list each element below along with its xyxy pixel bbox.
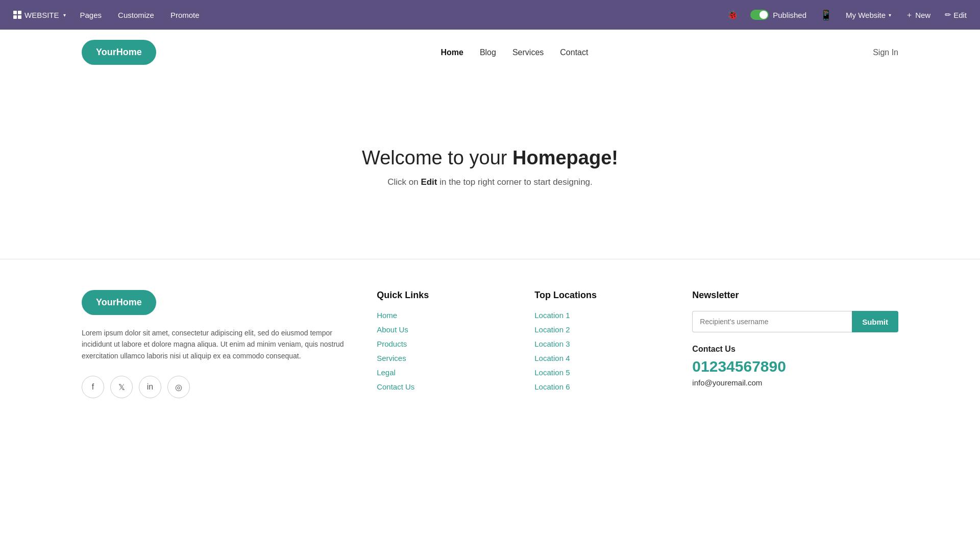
list-item: Location 2 <box>534 325 672 334</box>
list-item: Location 1 <box>534 311 672 320</box>
newsletter-form: Submit <box>692 311 898 332</box>
list-item: Location 3 <box>534 339 672 349</box>
grid-icon <box>13 11 21 19</box>
published-toggle[interactable]: Published <box>745 7 812 23</box>
plus-icon: ＋ <box>905 10 913 20</box>
topbar: WEBSITE ▾ Pages Customize Promote 🐞 Publ… <box>0 0 980 30</box>
footer-quick-links-col: Quick Links Home About Us Products Servi… <box>377 290 514 398</box>
site-header: YourHome Home Blog Services Contact Sign… <box>0 30 980 75</box>
twitter-icon[interactable]: 𝕏 <box>110 376 133 398</box>
hero-subtitle-after: in the top right corner to start designi… <box>437 177 593 187</box>
location-1-link[interactable]: Location 1 <box>534 311 570 320</box>
site-nav: Home Blog Services Contact <box>440 48 588 57</box>
newsletter-input[interactable] <box>692 311 852 332</box>
location-2-link[interactable]: Location 2 <box>534 325 570 334</box>
toggle-switch[interactable] <box>750 10 769 20</box>
contact-us-title: Contact Us <box>692 345 898 354</box>
footer: YourHome Lorem ipsum dolor sit amet, con… <box>0 259 980 419</box>
mobile-preview-icon[interactable]: 📱 <box>816 6 837 24</box>
footer-logo[interactable]: YourHome <box>82 290 156 315</box>
pencil-icon: ✏ <box>945 10 951 19</box>
locations-list: Location 1 Location 2 Location 3 Locatio… <box>534 311 672 392</box>
newsletter-title: Newsletter <box>692 290 898 301</box>
footer-locations-col: Top Locations Location 1 Location 2 Loca… <box>534 290 672 398</box>
edit-label: Edit <box>953 11 967 19</box>
list-item: Home <box>377 311 514 320</box>
facebook-icon[interactable]: f <box>82 376 104 398</box>
topbar-customize-link[interactable]: Customize <box>111 8 161 22</box>
my-website-label: My Website <box>846 11 886 19</box>
chevron-down-icon: ▾ <box>63 12 66 18</box>
edit-button[interactable]: ✏ Edit <box>940 7 972 22</box>
location-4-link[interactable]: Location 4 <box>534 354 570 362</box>
quick-link-about[interactable]: About Us <box>377 325 408 334</box>
footer-grid: YourHome Lorem ipsum dolor sit amet, con… <box>82 290 898 398</box>
my-website-button[interactable]: My Website ▾ <box>841 8 896 22</box>
footer-newsletter-col: Newsletter Submit Contact Us 01234567890… <box>692 290 898 398</box>
quick-links-title: Quick Links <box>377 290 514 301</box>
list-item: Contact Us <box>377 382 514 392</box>
website-brand-label: WEBSITE <box>24 11 59 19</box>
location-5-link[interactable]: Location 5 <box>534 368 570 377</box>
nav-blog[interactable]: Blog <box>480 48 496 57</box>
hero-title-normal: Welcome to your <box>362 147 512 168</box>
list-item: Services <box>377 354 514 363</box>
list-item: Products <box>377 339 514 349</box>
newsletter-submit-button[interactable]: Submit <box>852 311 898 332</box>
hero-section: Welcome to your Homepage! Click on Edit … <box>0 75 980 259</box>
chevron-down-icon: ▾ <box>889 12 891 18</box>
location-3-link[interactable]: Location 3 <box>534 339 570 348</box>
quick-link-home[interactable]: Home <box>377 311 397 320</box>
quick-links-list: Home About Us Products Services Legal Co… <box>377 311 514 392</box>
contact-email: info@youremail.com <box>692 378 898 387</box>
topbar-pages-link[interactable]: Pages <box>73 8 109 22</box>
list-item: Location 4 <box>534 354 672 363</box>
topbar-right: 🐞 Published 📱 My Website ▾ ＋ New ✏ Edit <box>724 6 972 24</box>
bug-icon[interactable]: 🐞 <box>724 6 741 23</box>
quick-link-services[interactable]: Services <box>377 354 406 362</box>
topbar-left: WEBSITE ▾ Pages Customize Promote <box>8 8 207 22</box>
hero-title: Welcome to your Homepage! <box>362 147 618 169</box>
new-button[interactable]: ＋ New <box>900 7 936 23</box>
list-item: Location 6 <box>534 382 672 392</box>
location-6-link[interactable]: Location 6 <box>534 382 570 391</box>
signin-link[interactable]: Sign In <box>873 48 898 57</box>
list-item: Legal <box>377 368 514 377</box>
contact-phone: 01234567890 <box>692 358 898 375</box>
new-label: New <box>915 11 930 19</box>
linkedin-icon[interactable]: in <box>139 376 161 398</box>
quick-link-legal[interactable]: Legal <box>377 368 396 377</box>
topbar-promote-link[interactable]: Promote <box>163 8 207 22</box>
nav-contact[interactable]: Contact <box>560 48 588 57</box>
hero-subtitle-before: Click on <box>387 177 421 187</box>
hero-title-bold: Homepage! <box>512 147 618 168</box>
nav-services[interactable]: Services <box>512 48 544 57</box>
social-icons: f 𝕏 in ◎ <box>82 376 356 398</box>
footer-description: Lorem ipsum dolor sit amet, consectetur … <box>82 327 356 361</box>
instagram-icon[interactable]: ◎ <box>167 376 190 398</box>
website-brand-button[interactable]: WEBSITE ▾ <box>8 8 71 22</box>
hero-subtitle-keyword: Edit <box>421 177 437 187</box>
footer-brand-col: YourHome Lorem ipsum dolor sit amet, con… <box>82 290 356 398</box>
header-logo[interactable]: YourHome <box>82 40 156 65</box>
published-label: Published <box>773 11 806 19</box>
nav-home[interactable]: Home <box>440 48 463 57</box>
list-item: Location 5 <box>534 368 672 377</box>
quick-link-products[interactable]: Products <box>377 339 407 348</box>
quick-link-contact[interactable]: Contact Us <box>377 382 414 391</box>
list-item: About Us <box>377 325 514 334</box>
top-locations-title: Top Locations <box>534 290 672 301</box>
hero-subtitle: Click on Edit in the top right corner to… <box>387 177 593 187</box>
